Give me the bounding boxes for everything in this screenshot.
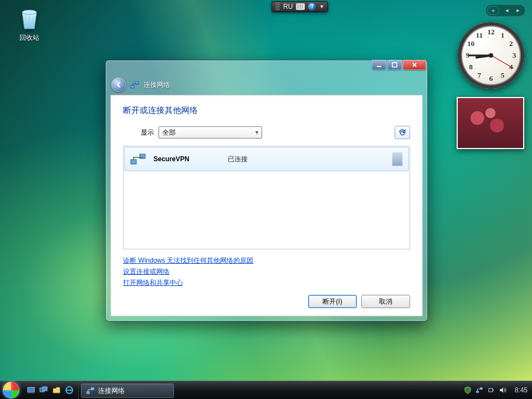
- show-desktop-icon[interactable]: [25, 385, 37, 396]
- tray-clock[interactable]: 8:45: [510, 386, 528, 394]
- svg-rect-10: [43, 387, 47, 391]
- add-gadget-icon[interactable]: +: [487, 6, 499, 15]
- next-icon[interactable]: ▸: [513, 6, 524, 14]
- grip-icon: [275, 3, 280, 11]
- recycle-bin-icon: [17, 6, 42, 31]
- taskbar: 连接网络 8:45: [0, 381, 532, 399]
- taskbar-button-label: 连接网络: [98, 386, 125, 396]
- nav-bar: 连接网络: [106, 76, 427, 94]
- desktop: 回收站 RU ? ▼ + ◂ ▸ 121234567891011: [0, 0, 532, 399]
- minimize-button[interactable]: [372, 60, 386, 70]
- network-tray-icon[interactable]: [475, 386, 484, 395]
- filter-label: 显示: [141, 128, 154, 137]
- disconnect-button[interactable]: 断开(I): [308, 295, 357, 308]
- open-center-link[interactable]: 打开网络和共享中心: [123, 278, 410, 288]
- page-heading: 断开或连接其他网络: [123, 105, 410, 116]
- svg-rect-1: [377, 66, 381, 67]
- recycle-bin-label: 回收站: [10, 33, 49, 43]
- language-bar[interactable]: RU ? ▼: [272, 1, 328, 12]
- network-list: SecureVPN 已连接: [123, 146, 410, 249]
- window-title: 连接网络: [144, 80, 170, 90]
- sidebar-controls[interactable]: + ◂ ▸: [485, 4, 525, 17]
- clock-pin: [489, 53, 493, 58]
- volume-tray-icon[interactable]: [498, 386, 507, 395]
- keyboard-icon[interactable]: [296, 3, 305, 10]
- setup-link[interactable]: 设置连接或网络: [123, 267, 410, 277]
- network-icon: [130, 80, 139, 89]
- slideshow-gadget[interactable]: [457, 97, 524, 149]
- cancel-button[interactable]: 取消: [361, 295, 410, 308]
- svg-rect-12: [86, 391, 90, 394]
- quick-launch: [22, 381, 79, 399]
- svg-rect-17: [493, 390, 494, 391]
- power-tray-icon[interactable]: [487, 386, 495, 395]
- explorer-icon[interactable]: [51, 385, 62, 396]
- network-status: 已连接: [228, 155, 248, 164]
- svg-rect-3: [131, 85, 134, 88]
- system-tray: 8:45: [459, 381, 532, 399]
- svg-rect-8: [28, 392, 34, 393]
- diagnose-link[interactable]: 诊断 Windows 无法找到任何其他网络的原因: [123, 256, 410, 265]
- ie-icon[interactable]: [64, 385, 75, 396]
- security-tray-icon[interactable]: [463, 386, 472, 395]
- titlebar[interactable]: [106, 60, 427, 76]
- filter-combo[interactable]: 全部 ▼: [158, 126, 262, 139]
- clock-gadget[interactable]: 121234567891011: [458, 22, 524, 89]
- back-button[interactable]: [111, 78, 126, 92]
- minute-hand: [468, 55, 491, 57]
- help-icon[interactable]: ?: [308, 3, 316, 11]
- start-orb-icon: [3, 382, 19, 398]
- network-icon: [86, 386, 95, 395]
- connect-network-window: 连接网络 断开或连接其他网络 显示 全部 ▼: [105, 60, 428, 321]
- svg-rect-2: [392, 63, 397, 67]
- chevron-down-icon: ▼: [254, 130, 259, 135]
- svg-rect-14: [476, 391, 479, 393]
- help-links: 诊断 Windows 无法找到任何其他网络的原因 设置连接或网络 打开网络和共享…: [123, 256, 410, 288]
- server-icon: [392, 152, 403, 166]
- client-area: 断开或连接其他网络 显示 全部 ▼: [110, 95, 423, 316]
- network-item[interactable]: SecureVPN 已连接: [124, 147, 409, 171]
- svg-rect-5: [131, 160, 136, 164]
- svg-rect-7: [28, 387, 34, 392]
- prev-icon[interactable]: ◂: [502, 6, 513, 14]
- filter-value: 全部: [162, 128, 176, 137]
- switch-windows-icon[interactable]: [38, 385, 49, 396]
- recycle-bin[interactable]: 回收站: [10, 6, 49, 43]
- taskbar-button-connect[interactable]: 连接网络: [81, 383, 174, 398]
- chevron-down-icon[interactable]: ▼: [319, 4, 324, 9]
- connection-icon: [130, 152, 146, 166]
- maximize-button[interactable]: [387, 60, 402, 70]
- start-button[interactable]: [0, 381, 22, 399]
- close-button[interactable]: [403, 60, 426, 70]
- network-name: SecureVPN: [154, 155, 220, 163]
- refresh-button[interactable]: [395, 126, 410, 139]
- svg-rect-16: [489, 388, 493, 392]
- language-code[interactable]: RU: [283, 3, 293, 11]
- svg-point-0: [22, 10, 37, 14]
